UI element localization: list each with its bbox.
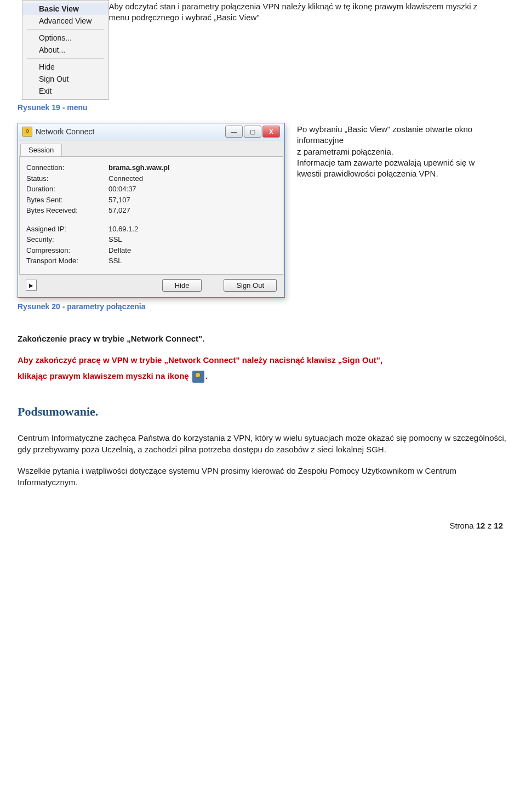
menu-item-options[interactable]: Options... — [22, 32, 108, 44]
hide-button[interactable]: Hide — [162, 279, 202, 292]
ending-heading: Zakończenie pracy w trybie „Network Conn… — [18, 333, 508, 344]
intro-paragraph: Aby odczytać stan i parametry połączenia… — [109, 1, 509, 100]
footer-label-a: Strona — [449, 521, 476, 530]
value-bytes-sent: 57,107 — [108, 195, 130, 206]
window-close-button[interactable]: X — [262, 126, 280, 138]
label-bytes-sent: Bytes Sent: — [26, 195, 108, 206]
menu-separator — [27, 29, 104, 30]
window-titlebar: Network Connect — ▢ X — [18, 123, 284, 140]
tab-session[interactable]: Session — [20, 144, 62, 156]
network-connect-window: Network Connect — ▢ X Session Connection… — [18, 123, 285, 298]
menu-item-basic-view[interactable]: Basic View — [22, 3, 108, 15]
red-instruction-end: . — [205, 371, 208, 381]
window-title: Network Connect — [36, 127, 222, 136]
label-transport-mode: Transport Mode: — [26, 255, 108, 266]
menu-separator — [27, 58, 104, 59]
side-line-2: z parametrami połączenia. — [297, 146, 489, 157]
menu-item-exit[interactable]: Exit — [22, 85, 108, 97]
side-line-3: Informacje tam zawarte pozwalają upewnić… — [297, 157, 489, 180]
tray-lock-icon — [192, 371, 204, 383]
menu-item-hide[interactable]: Hide — [22, 61, 108, 73]
page-footer: Strona 12 z 12 — [18, 521, 508, 530]
value-connection: brama.sgh.waw.pl — [108, 162, 170, 173]
figure-caption-19: Rysunek 19 - menu — [18, 103, 508, 112]
summary-paragraph-1: Centrum Informatyczne zachęca Państwa do… — [18, 432, 508, 455]
value-compression: Deflate — [108, 245, 131, 256]
label-compression: Compression: — [26, 245, 108, 256]
expand-button[interactable]: ▶ — [26, 280, 37, 291]
red-instruction-text: klikając prawym klawiszem myszki na ikon… — [18, 371, 191, 381]
footer-page-total: 12 — [494, 521, 503, 530]
label-security: Security: — [26, 234, 108, 245]
label-assigned-ip: Assigned IP: — [26, 224, 108, 235]
value-security: SSL — [108, 234, 122, 245]
menu-item-sign-out[interactable]: Sign Out — [22, 73, 108, 85]
sign-out-button[interactable]: Sign Out — [224, 279, 277, 292]
lock-icon — [22, 127, 32, 137]
red-instruction-line-2: klikając prawym klawiszem myszki na ikon… — [18, 370, 508, 383]
summary-paragraph-2: Wszelkie pytania i wątpliwości dotyczące… — [18, 465, 508, 488]
value-assigned-ip: 10.69.1.2 — [108, 224, 138, 235]
menu-item-about[interactable]: About... — [22, 44, 108, 56]
session-panel: Connection:brama.sgh.waw.pl Status:Conne… — [19, 156, 283, 275]
context-menu: Basic View Advanced View Options... Abou… — [22, 0, 109, 100]
value-transport-mode: SSL — [108, 255, 122, 266]
value-bytes-received: 57,027 — [108, 205, 130, 216]
side-line-1: Po wybraniu „Basic View" zostanie otwart… — [297, 124, 489, 146]
window-minimize-button[interactable]: — — [225, 126, 243, 138]
footer-label-c: z — [485, 521, 494, 530]
side-description: Po wybraniu „Basic View" zostanie otwart… — [297, 123, 489, 298]
red-instruction-line-1: Aby zakończyć pracę w VPN w trybie „Netw… — [18, 354, 508, 366]
value-status: Connected — [108, 173, 143, 184]
window-maximize-button[interactable]: ▢ — [244, 126, 261, 138]
label-connection: Connection: — [26, 162, 108, 173]
label-status: Status: — [26, 173, 108, 184]
value-duration: 00:04:37 — [108, 184, 136, 195]
summary-heading: Podsumowanie. — [18, 405, 508, 419]
menu-item-advanced-view[interactable]: Advanced View — [22, 15, 108, 27]
footer-page-current: 12 — [476, 521, 485, 530]
label-duration: Duration: — [26, 184, 108, 195]
label-bytes-received: Bytes Received: — [26, 205, 108, 216]
figure-caption-20: Rysunek 20 - parametry połączenia — [18, 302, 508, 311]
